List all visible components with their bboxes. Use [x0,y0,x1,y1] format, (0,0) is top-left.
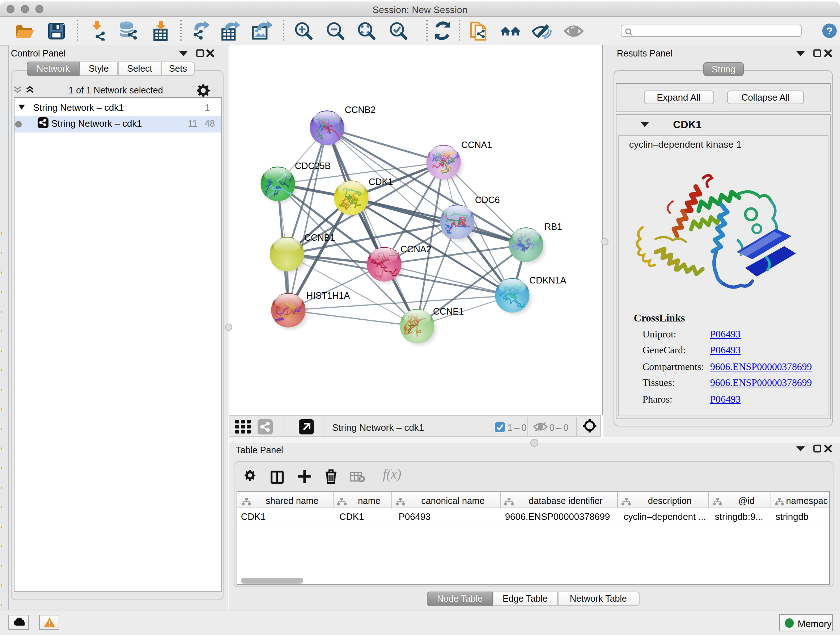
svg-text:CCNE1: CCNE1 [433,306,463,317]
svg-text:CDC6: CDC6 [475,195,500,205]
svg-text:CCNA2: CCNA2 [400,244,431,254]
svg-text:HIST1H1A: HIST1H1A [306,290,350,301]
svg-text:CDKN1A: CDKN1A [529,275,566,285]
svg-text:RB1: RB1 [544,222,562,232]
svg-text:?: ? [826,25,832,36]
svg-text:CCNB2: CCNB2 [344,105,375,115]
svg-text:CDC25B: CDC25B [294,161,330,171]
svg-text:CDK1: CDK1 [368,177,393,187]
svg-text:CCNA1: CCNA1 [461,140,492,150]
svg-text:CCNB1: CCNB1 [304,233,335,242]
